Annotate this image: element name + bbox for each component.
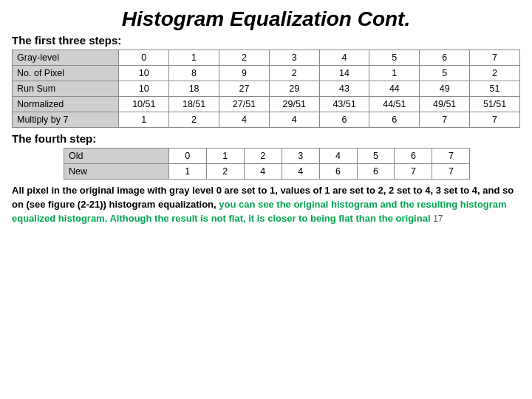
pixel-label: No. of Pixel	[13, 66, 119, 81]
pixel-6: 5	[420, 66, 470, 81]
pixel-7: 2	[470, 66, 520, 81]
pixel-0: 10	[119, 66, 169, 81]
table-row-old: Old 0 1 2 3 4 5 6 7	[64, 149, 470, 164]
normalized-label: Normalized	[13, 97, 119, 112]
new-label: New	[64, 164, 169, 180]
first-table: Gray-level 0 1 2 3 4 5 6 7 No. of Pixel …	[12, 50, 520, 128]
norm-3: 29/51	[269, 97, 319, 112]
graylevel-label: Gray-level	[13, 50, 119, 66]
graylevel-5: 5	[369, 50, 420, 66]
old-6: 6	[395, 149, 432, 164]
old-label: Old	[64, 149, 169, 164]
old-3: 3	[282, 149, 319, 164]
pixel-4: 14	[319, 66, 369, 81]
table-row-multiply: Multiply by 7 1 2 4 4 6 6 7 7	[13, 112, 520, 128]
old-0: 0	[168, 149, 206, 164]
new-1: 2	[206, 164, 244, 180]
mult-7: 7	[470, 112, 520, 128]
norm-0: 10/51	[119, 97, 169, 112]
table-row-new: New 1 2 4 4 6 6 7 7	[64, 164, 470, 180]
pixel-2: 9	[219, 66, 270, 81]
runsum-6: 49	[420, 81, 470, 97]
old-2: 2	[244, 149, 282, 164]
mult-4: 6	[319, 112, 369, 128]
norm-1: 18/51	[169, 97, 219, 112]
runsum-5: 44	[369, 81, 420, 97]
norm-2: 27/51	[219, 97, 270, 112]
norm-4: 43/51	[319, 97, 369, 112]
second-section-label: The fourth step:	[12, 132, 520, 145]
norm-5: 44/51	[369, 97, 420, 112]
old-1: 1	[206, 149, 244, 164]
new-0: 1	[168, 164, 206, 180]
mult-6: 7	[420, 112, 470, 128]
graylevel-7: 7	[470, 50, 520, 66]
old-7: 7	[432, 149, 470, 164]
old-5: 5	[357, 149, 395, 164]
runsum-2: 27	[219, 81, 270, 97]
new-3: 4	[282, 164, 319, 180]
runsum-1: 18	[169, 81, 219, 97]
new-2: 4	[244, 164, 282, 180]
norm-7: 51/51	[470, 97, 520, 112]
page-title: Histogram Equalization Cont.	[12, 7, 520, 31]
table-row-runsum: Run Sum 10 18 27 29 43 44 49 51	[13, 81, 520, 97]
new-7: 7	[432, 164, 470, 180]
new-6: 7	[395, 164, 432, 180]
pixel-1: 8	[169, 66, 219, 81]
table-row-graylevel: Gray-level 0 1 2 3 4 5 6 7	[13, 50, 520, 66]
runsum-label: Run Sum	[13, 81, 119, 97]
new-5: 6	[357, 164, 395, 180]
graylevel-3: 3	[269, 50, 319, 66]
second-table: Old 0 1 2 3 4 5 6 7 New 1 2 4 4 6 6 7 7	[64, 148, 470, 180]
mult-3: 4	[269, 112, 319, 128]
first-section-label: The first three steps:	[12, 34, 520, 47]
page-number: 17	[433, 214, 443, 224]
pixel-3: 2	[269, 66, 319, 81]
table-row-pixel: No. of Pixel 10 8 9 2 14 1 5 2	[13, 66, 520, 81]
mult-0: 1	[119, 112, 169, 128]
runsum-3: 29	[269, 81, 319, 97]
graylevel-4: 4	[319, 50, 369, 66]
runsum-4: 43	[319, 81, 369, 97]
bottom-text: All pixel in the original image with gra…	[12, 184, 520, 226]
runsum-7: 51	[470, 81, 520, 97]
new-4: 6	[319, 164, 357, 180]
graylevel-1: 1	[169, 50, 219, 66]
norm-6: 49/51	[420, 97, 470, 112]
pixel-5: 1	[369, 66, 420, 81]
graylevel-6: 6	[420, 50, 470, 66]
mult-5: 6	[369, 112, 420, 128]
runsum-0: 10	[119, 81, 169, 97]
graylevel-2: 2	[219, 50, 270, 66]
table-row-normalized: Normalized 10/51 18/51 27/51 29/51 43/51…	[13, 97, 520, 112]
mult-1: 2	[169, 112, 219, 128]
graylevel-0: 0	[119, 50, 169, 66]
multiply-label: Multiply by 7	[13, 112, 119, 128]
old-4: 4	[319, 149, 357, 164]
mult-2: 4	[219, 112, 270, 128]
